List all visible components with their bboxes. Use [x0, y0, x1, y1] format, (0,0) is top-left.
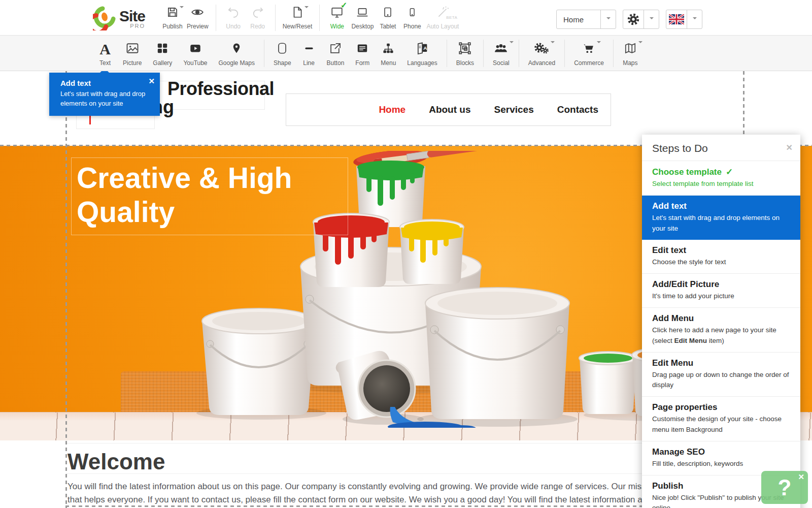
hero-title-element[interactable]: Creative & High Quality	[71, 157, 348, 235]
toolbar-divider	[483, 40, 484, 67]
languages-icon: A	[415, 41, 429, 57]
preview-button[interactable]: Preview	[185, 5, 211, 30]
site-logo-text-line1[interactable]: Professional	[167, 78, 274, 100]
tool-advanced[interactable]: Advanced	[523, 40, 561, 67]
laptop-icon	[355, 6, 369, 21]
redo-icon	[251, 6, 264, 21]
brand-name: Site	[119, 9, 145, 24]
editor-canvas: Professional ng Home About us Services C…	[0, 71, 812, 508]
step-edit-menu[interactable]: Edit Menu Drag page up or down to change…	[642, 353, 800, 397]
toolbar-divider	[216, 5, 216, 31]
step-manage-seo[interactable]: Manage SEO Fill title, description, keyw…	[642, 441, 800, 475]
caret-down-icon	[693, 17, 697, 21]
tool-picture[interactable]: Picture	[117, 40, 147, 67]
step-page-properties[interactable]: Page properties Customise the design of …	[642, 397, 800, 441]
form-icon	[355, 42, 369, 57]
nav-services[interactable]: Services	[494, 104, 534, 115]
page-select[interactable]: Home	[556, 10, 616, 29]
welcome-heading[interactable]: Welcome	[67, 449, 165, 474]
caret-down-icon	[597, 41, 601, 45]
picture-icon	[125, 41, 140, 57]
tablet-icon	[382, 6, 394, 21]
wide-view-button[interactable]: ✓ Wide	[325, 5, 349, 30]
tool-gallery[interactable]: Gallery	[147, 40, 178, 67]
nav-home[interactable]: Home	[379, 104, 405, 115]
caret-down-icon	[180, 6, 184, 10]
cart-icon	[581, 42, 596, 57]
question-mark-icon: ?	[778, 475, 792, 500]
uk-flag-icon[interactable]	[666, 10, 687, 28]
auto-layout-button[interactable]: BETA Auto Layout	[424, 5, 461, 30]
steps-panel-title: Steps to Do	[652, 142, 708, 154]
settings-caret[interactable]	[644, 10, 659, 28]
toolbar-divider	[319, 5, 320, 31]
toolbar-divider	[264, 40, 264, 67]
tool-form[interactable]: Form	[350, 40, 375, 67]
tool-youtube[interactable]: YouTube	[178, 40, 213, 67]
tooltip-close-icon[interactable]: ✕	[148, 77, 155, 86]
hero-title: Creative & High Quality	[77, 161, 343, 230]
step-add-text[interactable]: Add text Let's start with drag and drop …	[642, 196, 800, 240]
tablet-view-button[interactable]: Tablet	[376, 5, 400, 30]
tool-shape[interactable]: Shape	[268, 40, 297, 67]
help-close-icon[interactable]: ✕	[798, 472, 804, 482]
nav-contacts[interactable]: Contacts	[557, 104, 598, 115]
caret-down-icon	[510, 41, 514, 45]
page-select-caret[interactable]	[600, 10, 616, 28]
help-button[interactable]: ? ✕	[761, 471, 808, 504]
check-icon: ✓	[726, 167, 733, 177]
nav-about[interactable]: About us	[429, 104, 470, 115]
sitemap-icon	[381, 42, 395, 57]
check-icon: ✓	[341, 1, 347, 10]
steps-panel-close-icon[interactable]: ✕	[786, 143, 793, 152]
gears-icon	[533, 41, 550, 57]
phone-icon	[407, 6, 418, 21]
steps-panel-header: Steps to Do ✕	[642, 135, 800, 161]
language-caret[interactable]	[687, 10, 702, 28]
toolbar-divider	[564, 40, 565, 67]
redo-button[interactable]: Redo	[246, 5, 270, 30]
new-reset-button[interactable]: New/Reset	[281, 5, 315, 30]
elements-toolbar: A Text Picture Gallery YouTube Google	[0, 36, 812, 71]
text-icon: A	[99, 41, 111, 58]
tooltip-body: Let's start with drag and drop elements …	[60, 89, 152, 109]
tool-line[interactable]: Line	[297, 40, 321, 67]
toolbar-divider	[447, 40, 447, 67]
map-pin-icon	[230, 41, 243, 57]
line-icon	[302, 42, 316, 57]
tool-languages[interactable]: A Languages	[401, 40, 443, 67]
welcome-paragraph[interactable]: You will find the latest information abo…	[67, 480, 742, 506]
page-select-value: Home	[557, 10, 600, 28]
tool-text[interactable]: A Text	[93, 40, 117, 67]
step-edit-text[interactable]: Edit text Choose the style for text	[642, 240, 800, 274]
welcome-paragraph-line1: You will find the latest information abo…	[67, 480, 742, 493]
caret-down-icon	[606, 17, 611, 21]
caret-down-icon	[650, 17, 654, 21]
step-add-menu[interactable]: Add Menu Click here to add a new page to…	[642, 308, 800, 353]
step-add-edit-picture[interactable]: Add/Edit Picture It's time to add your p…	[642, 274, 800, 308]
folded-map-icon	[623, 42, 638, 57]
tool-maps[interactable]: Maps	[617, 40, 644, 67]
settings-button[interactable]	[623, 10, 659, 29]
tool-button[interactable]: Button	[321, 40, 350, 67]
gear-icon[interactable]	[623, 10, 644, 28]
desktop-view-button[interactable]: Desktop	[349, 5, 376, 30]
eye-icon	[190, 6, 205, 21]
svg-text:A: A	[423, 45, 427, 51]
gallery-icon	[156, 42, 169, 57]
tool-blocks[interactable]: Blocks	[451, 40, 480, 67]
tool-google-maps[interactable]: Google Maps	[213, 40, 260, 67]
tool-social[interactable]: Social	[487, 40, 515, 67]
layout-guide-left	[65, 71, 67, 508]
phone-view-button[interactable]: Phone	[400, 5, 424, 30]
undo-button[interactable]: Undo	[221, 5, 246, 30]
button-icon	[328, 42, 342, 57]
blocks-icon	[458, 41, 472, 57]
language-button[interactable]	[666, 10, 702, 29]
tool-menu[interactable]: Menu	[375, 40, 401, 67]
tool-commerce[interactable]: Commerce	[568, 40, 610, 67]
save-icon	[166, 6, 179, 21]
step-choose-template[interactable]: Choose template✓ Select template from te…	[642, 161, 800, 196]
sitepro-swirl-icon	[93, 5, 116, 33]
publish-button[interactable]: Publish	[160, 5, 185, 30]
